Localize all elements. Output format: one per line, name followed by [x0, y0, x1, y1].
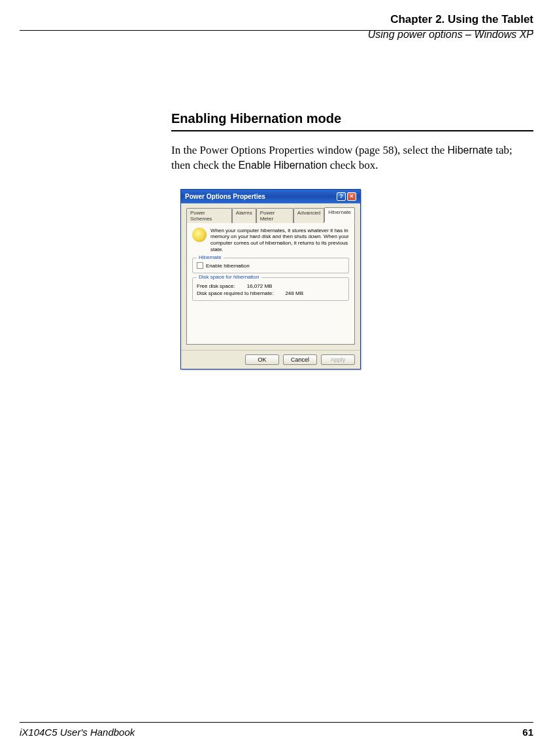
enable-hibernation-row: Enable hibernation: [197, 262, 344, 269]
tab-alarms[interactable]: Alarms: [232, 208, 256, 223]
body-text-1: In the Power Options Properties window (…: [171, 144, 448, 156]
diskspace-groupbox: Disk space for hibernation Free disk spa…: [192, 277, 349, 301]
page-footer: iX104C5 User's Handbook 61: [20, 722, 533, 738]
titlebar-buttons: ? ×: [337, 192, 356, 201]
required-disk-value: 248 MB: [285, 290, 303, 296]
cancel-button[interactable]: Cancel: [283, 354, 317, 365]
required-disk-label: Disk space required to hibernate:: [197, 290, 273, 296]
apply-button[interactable]: Apply: [321, 354, 355, 365]
page-number: 61: [522, 727, 533, 738]
dialog-titlebar: Power Options Properties ? ×: [181, 190, 360, 203]
free-disk-label: Free disk space:: [197, 283, 235, 289]
hibernate-group-title: Hibernate: [197, 254, 224, 260]
ok-button[interactable]: OK: [245, 354, 279, 365]
dialog-body: Power Schemes Alarms Power Meter Advance…: [181, 203, 360, 350]
dialog-title: Power Options Properties: [185, 193, 265, 200]
info-row: When your computer hibernates, it stores…: [192, 228, 349, 252]
tab-advanced[interactable]: Advanced: [293, 208, 325, 223]
content-block: Enabling Hibernation mode In the Power O…: [171, 111, 533, 369]
diskspace-group-title: Disk space for hibernation: [197, 274, 261, 280]
help-icon[interactable]: ?: [337, 192, 346, 201]
tab-hibernate[interactable]: Hibernate: [324, 207, 355, 222]
tab-power-schemes[interactable]: Power Schemes: [186, 208, 232, 223]
hibernate-groupbox: Hibernate Enable hibernation: [192, 258, 349, 273]
dialog-button-row: OK Cancel Apply: [181, 350, 360, 369]
header-rule: [20, 30, 533, 31]
standby-icon: [192, 228, 207, 242]
close-icon[interactable]: ×: [347, 192, 356, 201]
info-text: When your computer hibernates, it stores…: [210, 228, 349, 252]
enable-hibernation-checkbox[interactable]: [197, 262, 203, 269]
page-header: Chapter 2. Using the Tablet Using power …: [368, 13, 533, 41]
handbook-title: iX104C5 User's Handbook: [20, 727, 135, 738]
tab-strip: Power Schemes Alarms Power Meter Advance…: [186, 207, 355, 222]
body-text-3: check box.: [327, 159, 378, 171]
free-disk-value: 16,072 MB: [247, 283, 273, 289]
required-disk-row: Disk space required to hibernate: 248 MB: [197, 290, 344, 296]
hibernate-tab-term: Hibernate: [448, 145, 493, 156]
section-heading: Enabling Hibernation mode: [171, 111, 533, 131]
free-disk-row: Free disk space: 16,072 MB: [197, 283, 344, 289]
tab-power-meter[interactable]: Power Meter: [256, 208, 293, 223]
enable-hibernation-term: Enable Hibernation: [238, 160, 327, 171]
enable-hibernation-label: Enable hibernation: [206, 263, 250, 269]
chapter-title: Chapter 2. Using the Tablet: [368, 13, 533, 26]
power-options-dialog: Power Options Properties ? × Power Schem…: [180, 189, 361, 369]
tab-panel-hibernate: When your computer hibernates, it stores…: [186, 222, 355, 345]
body-paragraph: In the Power Options Properties window (…: [171, 143, 533, 173]
